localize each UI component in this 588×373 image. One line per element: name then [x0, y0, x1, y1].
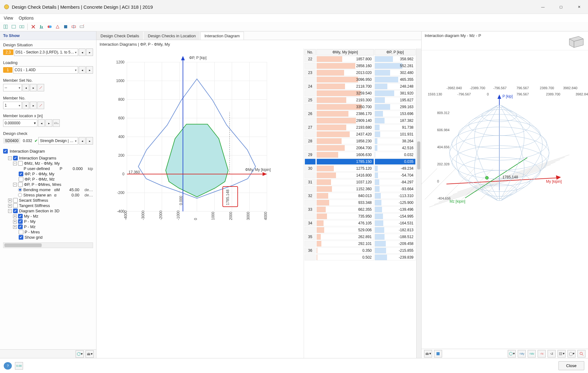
exp-n7c[interactable]: + — [13, 225, 17, 229]
table-row[interactable]: 262386.170153.696 — [305, 111, 416, 117]
tab-interaction[interactable]: Interaction Diagram — [200, 32, 244, 40]
memberno-prev[interactable]: ◂ — [22, 102, 29, 109]
dc-next[interactable]: ▸ — [86, 137, 93, 145]
rad-n4a[interactable] — [18, 188, 22, 192]
tool-8[interactable] — [62, 23, 69, 30]
table-row[interactable]: 1785.1500.035 — [305, 159, 416, 165]
table-row[interactable]: 1152.360-93.664 — [305, 186, 416, 192]
exp-n7a[interactable]: + — [13, 214, 17, 218]
location-next[interactable]: ▸ — [45, 119, 52, 127]
loading-select[interactable]: CO1 - 1.40D▾ — [13, 66, 78, 74]
loading-next[interactable]: ▸ — [86, 66, 93, 74]
rp-section-icon[interactable]: ▾ — [558, 350, 566, 357]
exp-n7b[interactable]: + — [13, 220, 17, 223]
th-my[interactable]: ΦMy, My [kipin] — [316, 49, 374, 55]
close-button[interactable]: Close — [558, 361, 584, 370]
table-row[interactable]: 281858.23038.264 — [305, 138, 416, 144]
location-prev[interactable]: ◂ — [38, 119, 45, 127]
chk-n6[interactable] — [13, 203, 18, 208]
table-row[interactable]: 2064.70042.516 — [305, 145, 416, 151]
close-window-button[interactable]: ✕ — [570, 0, 588, 14]
tool-4[interactable] — [30, 23, 37, 30]
table-row[interactable]: 2858.160552.281 — [305, 63, 416, 69]
tool-10[interactable] — [78, 23, 86, 30]
rad-n4b[interactable] — [18, 193, 22, 197]
table-row[interactable]: 3096.950465.355 — [305, 76, 416, 83]
table-row[interactable]: 34476.105-164.531 — [305, 220, 416, 226]
chk-n1[interactable] — [18, 161, 23, 166]
help-icon[interactable]: ? — [4, 362, 12, 370]
rp-view-icon[interactable] — [434, 350, 442, 357]
table-row[interactable]: 232013.020302.480 — [305, 70, 416, 76]
rp-refresh-icon[interactable]: ▾ — [508, 350, 516, 357]
table-row[interactable]: 2909.140187.382 — [305, 117, 416, 124]
chk-n7b[interactable]: ✔ — [18, 219, 23, 224]
chk-n7c[interactable]: ✔ — [18, 224, 23, 229]
situation-next[interactable]: ▸ — [86, 48, 93, 56]
location-input[interactable]: 0.000000▾ — [3, 119, 37, 127]
table-row[interactable]: 32840.013-113.310 — [305, 193, 416, 199]
dc-prev[interactable]: ◂ — [79, 137, 86, 145]
exp-root[interactable]: − — [8, 156, 12, 160]
table-row[interactable]: 1416.800-54.704 — [305, 172, 416, 178]
rp-axis-my[interactable]: ↑My — [518, 350, 526, 357]
tool-5[interactable] — [38, 23, 45, 30]
minimize-button[interactable]: — — [534, 0, 552, 14]
rp-axis-mz[interactable]: ↑Mz — [528, 350, 536, 357]
table-row[interactable]: 252193.300195.827 — [305, 97, 416, 103]
table-vscroll[interactable] — [416, 48, 421, 358]
maximize-button[interactable]: ▢ — [552, 0, 570, 14]
table-row[interactable]: 311037.120-84.297 — [305, 179, 416, 185]
exp-n7[interactable]: − — [8, 209, 12, 213]
exp-n4[interactable]: − — [13, 183, 17, 186]
exp-n6[interactable]: + — [8, 204, 12, 208]
menu-options[interactable]: Options — [19, 16, 34, 21]
rp-cube-icon[interactable]: ▾ — [567, 350, 576, 357]
chk-n7[interactable]: ✔ — [13, 209, 18, 213]
rp-find-icon[interactable] — [577, 350, 586, 357]
situation-prev[interactable]: ◂ — [79, 48, 86, 56]
rp-print-icon[interactable]: ▾ — [424, 350, 432, 357]
table-row[interactable]: 242118.700248.248 — [305, 83, 416, 90]
rp-axis-z-icon[interactable]: ↑Z — [548, 350, 556, 357]
chk-n4[interactable] — [18, 182, 23, 187]
chk-interaction-diagram[interactable]: ✔ — [3, 149, 8, 154]
table-row[interactable]: 221857.800358.982 — [305, 56, 416, 62]
units-icon[interactable]: 0.00 — [15, 362, 23, 370]
exp-n5[interactable]: + — [8, 199, 12, 202]
tab-details[interactable]: Design Check Details — [96, 32, 143, 40]
th-p[interactable]: ΦP, P [kip] — [375, 49, 416, 55]
lp-refresh-icon[interactable]: ▾ — [76, 350, 84, 358]
table-row[interactable]: 3259.540381.920 — [305, 90, 416, 96]
tab-location[interactable]: Design Checks in Location — [144, 32, 200, 40]
left-hscroll[interactable] — [3, 242, 93, 248]
tool-3[interactable] — [18, 23, 26, 30]
chk-n7a[interactable]: ✔ — [18, 214, 23, 219]
table-row[interactable]: 35262.891-188.512 — [305, 234, 416, 240]
table-row[interactable]: 272193.68091.738 — [305, 124, 416, 131]
memberno-next[interactable]: ▸ — [30, 102, 37, 109]
table-row[interactable]: 933.348-125.900 — [305, 200, 416, 206]
exp-n1[interactable]: − — [13, 162, 17, 165]
memberno-pick[interactable] — [37, 102, 44, 109]
table-row[interactable]: 529.006-182.813 — [305, 227, 416, 233]
chk-n7d[interactable] — [19, 230, 23, 234]
table-row[interactable]: 360.350-215.855 — [305, 247, 416, 254]
chk-n3[interactable] — [19, 177, 23, 182]
situation-select[interactable]: DS1 - Section 2.3 (LRFD), 1. to 5…▾ — [14, 48, 78, 56]
rp-axis-n[interactable]: ↑N — [538, 350, 546, 357]
table-row[interactable]: 0.502-239.839 — [305, 254, 416, 260]
chk-n7e[interactable]: ✔ — [19, 235, 23, 240]
table-row[interactable]: 3350.700299.163 — [305, 104, 416, 110]
chk-n5[interactable] — [13, 198, 18, 203]
table-row[interactable]: 301275.120-49.234 — [305, 165, 416, 172]
tool-7[interactable] — [54, 23, 61, 30]
memberset-pick[interactable] — [37, 84, 44, 91]
menu-view[interactable]: View — [4, 16, 13, 21]
tool-9[interactable] — [70, 23, 77, 30]
location-pick[interactable]: x/xₐ — [53, 119, 60, 127]
tool-2[interactable] — [10, 23, 17, 30]
memberset-prev[interactable]: ◂ — [22, 84, 29, 91]
table-row[interactable]: 33662.355-139.496 — [305, 206, 416, 213]
table-row[interactable]: 291606.6300.032 — [305, 152, 416, 158]
